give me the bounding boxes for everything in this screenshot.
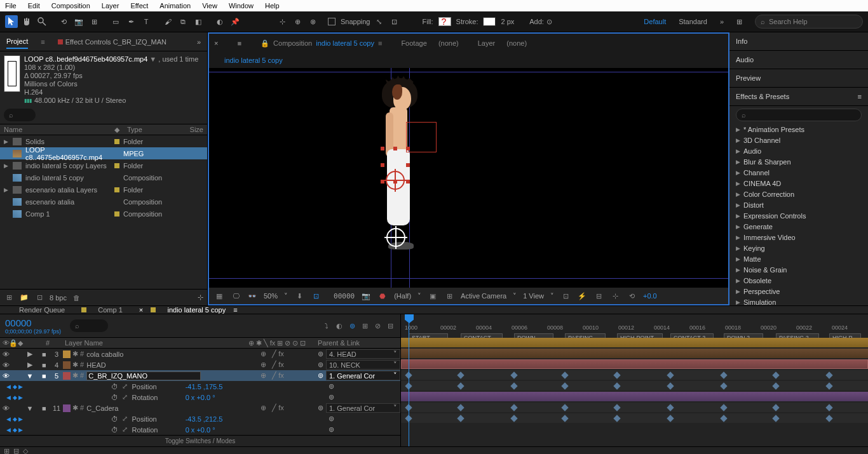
- project-item[interactable]: ▶ indio lateral 5 copy Layers Folder: [0, 159, 207, 171]
- menu-layer[interactable]: Layer: [102, 2, 119, 10]
- tab-active-comp[interactable]: × indio lateral 5 copy ≡: [139, 306, 238, 314]
- effects-search-input[interactable]: [736, 109, 862, 121]
- puppet-tool-icon[interactable]: 📌: [229, 15, 241, 28]
- trash-icon[interactable]: 🗑: [72, 293, 82, 303]
- pickwhip-icon[interactable]: ⊚: [326, 415, 400, 423]
- brush-tool-icon[interactable]: 🖌: [161, 15, 174, 28]
- tab-render-queue[interactable]: Render Queue: [19, 306, 65, 314]
- viewer-breadcrumb[interactable]: indio lateral 5 copy: [209, 53, 728, 68]
- project-item[interactable]: ▶ escenario atalia Layers Folder: [0, 184, 207, 196]
- menu-help[interactable]: Help: [265, 2, 280, 10]
- clone-tool-icon[interactable]: ⧉: [177, 15, 189, 28]
- active-camera[interactable]: Active Camera: [461, 292, 506, 300]
- search-help-input[interactable]: ⌕ Search Help: [755, 15, 863, 29]
- preset-category[interactable]: ▶Color Correction: [729, 189, 868, 199]
- fast-preview-icon[interactable]: ⚡: [577, 291, 587, 301]
- preset-category[interactable]: ▶Perspective: [729, 286, 868, 297]
- menu-composition[interactable]: Composition: [51, 2, 90, 10]
- dash-icon[interactable]: ⊟: [385, 321, 395, 331]
- grid-icon[interactable]: ▦: [214, 291, 224, 301]
- fill-swatch[interactable]: ?: [438, 17, 451, 26]
- preset-category[interactable]: ▶Blur & Sharpen: [729, 156, 868, 167]
- roi-icon[interactable]: ▣: [428, 291, 438, 301]
- pickwhip-icon[interactable]: ⊚: [326, 425, 400, 434]
- grid-guides-icon[interactable]: ⊞: [444, 291, 454, 301]
- draft3d-icon[interactable]: ⊘: [372, 321, 383, 331]
- preset-category[interactable]: ▶Noise & Grain: [729, 264, 868, 275]
- preset-category[interactable]: ▶Matte: [729, 253, 868, 264]
- region-icon[interactable]: ⊡: [311, 291, 321, 301]
- flowchart-icon[interactable]: ⊹: [610, 291, 620, 301]
- playhead-icon[interactable]: [405, 314, 414, 323]
- project-item[interactable]: indio lateral 5 copy Composition: [0, 171, 207, 184]
- layer-row[interactable]: 👁 ▶ ■ 3 ✱ # cola caballo ⊕ ╱ fx ⊚4. HEAD…: [0, 349, 400, 359]
- parent-dropdown[interactable]: 4. HEAD˅: [326, 349, 400, 359]
- rect-tool-icon[interactable]: ▭: [109, 15, 122, 28]
- world-axis-icon[interactable]: ⊕: [291, 15, 304, 28]
- menu-effect[interactable]: Effect: [130, 2, 148, 10]
- parent-dropdown[interactable]: 10. NECK˅: [326, 360, 400, 370]
- project-search-input[interactable]: [4, 109, 36, 121]
- col-size[interactable]: Size: [184, 126, 203, 133]
- stroke-width[interactable]: 2 px: [501, 18, 514, 25]
- eraser-tool-icon[interactable]: ◧: [192, 15, 205, 28]
- preset-category[interactable]: ▶Immersive Video: [729, 232, 868, 243]
- layer-property-row[interactable]: ◀ ◆ ▶ ⏱ ⤢ Rotation 0 x +0.0 ° ⊚: [0, 424, 400, 435]
- viewer-tab-footage[interactable]: Footage (none): [401, 39, 458, 47]
- selection-box[interactable]: [406, 122, 437, 152]
- shy-icon[interactable]: ⤵: [322, 321, 332, 331]
- collapse-icon[interactable]: ⊟: [13, 447, 19, 454]
- snapping-checkbox[interactable]: [328, 18, 336, 25]
- preset-category[interactable]: ▶Audio: [729, 145, 868, 156]
- preset-category[interactable]: ▶Distort: [729, 199, 868, 210]
- pickwhip-icon[interactable]: ⊚: [326, 393, 400, 401]
- view-axis-icon[interactable]: ⊗: [306, 15, 319, 28]
- timecode-frame[interactable]: 00000: [5, 317, 61, 328]
- stopwatch-icon[interactable]: ⏱: [111, 426, 118, 434]
- pan-behind-tool-icon[interactable]: ⊞: [88, 15, 100, 28]
- layer-property-row[interactable]: ◀ ◆ ▶ ⏱ ⤢ Position -41.5 ,175.5 ⊚: [0, 381, 400, 392]
- stopwatch-icon[interactable]: ⏱: [111, 383, 118, 391]
- mask-icon[interactable]: 👓: [247, 291, 257, 301]
- menu-view[interactable]: View: [202, 2, 217, 10]
- close-tab-icon[interactable]: ×: [214, 39, 218, 47]
- local-axis-icon[interactable]: ⊹: [276, 15, 288, 28]
- project-item[interactable]: escenario atalia Composition: [0, 196, 207, 208]
- preset-category[interactable]: ▶CINEMA 4D: [729, 178, 868, 189]
- preview-panel-title[interactable]: Preview: [729, 69, 868, 88]
- keys-icon[interactable]: ◇: [23, 447, 28, 454]
- preset-category[interactable]: ▶Expression Controls: [729, 210, 868, 221]
- pickwhip-icon[interactable]: ⊚: [318, 361, 323, 369]
- preset-category[interactable]: ▶Generate: [729, 221, 868, 232]
- hand-tool-icon[interactable]: [20, 15, 33, 28]
- parent-dropdown[interactable]: 1. General Cor˅: [326, 371, 400, 380]
- audio-panel-title[interactable]: Audio: [729, 51, 868, 69]
- stopwatch-icon[interactable]: ⏱: [111, 394, 118, 401]
- flowchart-icon[interactable]: ⊹: [198, 293, 203, 302]
- reset-exposure-icon[interactable]: ⟲: [627, 291, 637, 301]
- viewer-tab-layer[interactable]: Layer (none): [478, 39, 527, 47]
- preset-category[interactable]: ▶3D Channel: [729, 135, 868, 145]
- current-frame[interactable]: 00000: [334, 292, 355, 300]
- motion-blur-icon[interactable]: ⊚: [347, 321, 357, 331]
- preset-category[interactable]: ▶Keying: [729, 243, 868, 253]
- pickwhip-icon[interactable]: ⊚: [326, 382, 400, 391]
- graph-editor-icon[interactable]: ⊞: [360, 321, 370, 331]
- zoom-tool-icon[interactable]: [36, 15, 48, 28]
- snapshot-icon[interactable]: 📷: [361, 291, 371, 301]
- menu-edit[interactable]: Edit: [28, 2, 40, 10]
- tab-comp1[interactable]: Comp 1: [81, 306, 123, 314]
- snap-bounds-icon[interactable]: ⊡: [388, 15, 401, 28]
- pickwhip-icon[interactable]: ⊚: [318, 404, 323, 412]
- preset-category[interactable]: ▶Channel: [729, 167, 868, 178]
- overflow-icon[interactable]: »: [720, 18, 724, 25]
- layer-property-row[interactable]: ◀ ◆ ▶ ⏱ ⤢ Position -43.5 ,212.5 ⊚: [0, 413, 400, 424]
- reset-workspace-icon[interactable]: ⊞: [736, 18, 742, 26]
- project-item[interactable]: LOOP c8..4675eb406957c.mp4 MPEG: [0, 147, 207, 159]
- project-tab[interactable]: Project: [6, 35, 28, 49]
- add-mode-icon[interactable]: ⊙: [546, 18, 552, 26]
- roto-tool-icon[interactable]: ◐: [214, 15, 226, 28]
- snap-opts-icon[interactable]: ⤡: [373, 15, 386, 28]
- new-comp-icon[interactable]: ⊡: [34, 293, 44, 303]
- time-ruler[interactable]: 1000000020000400006000080001000012000140…: [401, 314, 868, 337]
